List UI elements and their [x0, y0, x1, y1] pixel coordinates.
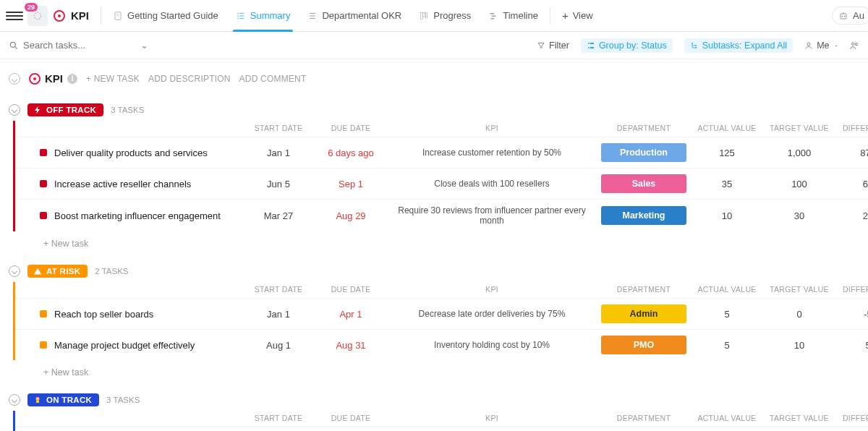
target-value[interactable]: 1,000 — [763, 148, 835, 158]
table-row[interactable]: Increase active reseller channels Jun 5 … — [15, 168, 868, 199]
loading-icon — [33, 11, 43, 21]
start-date[interactable]: Aug 1 — [242, 340, 315, 351]
group-by-button[interactable]: Group by: Status — [581, 38, 673, 53]
status-chip[interactable]: AT RISK — [27, 265, 88, 278]
start-date[interactable]: Mar 27 — [242, 210, 315, 221]
svg-point-21 — [844, 15, 846, 17]
collapse-all-icon[interactable] — [9, 73, 20, 85]
status-square-icon[interactable] — [40, 212, 47, 219]
new-task-button[interactable]: + NEW TASK — [86, 74, 140, 84]
start-date[interactable]: Jan 1 — [242, 309, 315, 320]
task-count: 2 TASKS — [95, 267, 128, 276]
group-off: OFF TRACK 3 TASKS START DATEDUE DATEKPID… — [9, 99, 868, 253]
doc-icon — [113, 11, 123, 21]
actual-value[interactable]: 35 — [691, 179, 763, 189]
workspace-icon[interactable]: 29 — [27, 6, 48, 26]
automate-button[interactable]: Au — [832, 7, 868, 25]
due-date[interactable]: Aug 31 — [315, 340, 387, 351]
department-tag[interactable]: Production — [601, 143, 686, 162]
due-date[interactable]: Sep 1 — [315, 179, 387, 189]
filter-icon — [537, 41, 545, 50]
department-tag[interactable]: PMO — [601, 336, 686, 354]
svg-point-25 — [588, 43, 590, 44]
actual-value[interactable]: 5 — [691, 309, 763, 320]
subtasks-button[interactable]: Subtasks: Expand All — [684, 38, 793, 53]
board-icon — [419, 11, 429, 21]
start-date[interactable]: Jun 5 — [242, 179, 315, 189]
assignee-button[interactable] — [849, 40, 859, 51]
table-row[interactable]: Reach top seller boards Jan 1 Apr 1 Decr… — [15, 298, 868, 329]
me-filter-button[interactable]: Me · — [804, 40, 838, 51]
tab-timeline[interactable]: Timeline — [480, 0, 547, 31]
new-task-row[interactable]: + New task — [9, 231, 868, 253]
table-row[interactable]: Increase sales Jan 1 May 1 Increase sale… — [15, 427, 868, 431]
add-description-button[interactable]: ADD DESCRIPTION — [148, 74, 231, 84]
target-value[interactable]: 10 — [763, 340, 835, 351]
target-value[interactable]: 30 — [763, 210, 835, 221]
table-row[interactable]: Manage project budget effectively Aug 1 … — [15, 329, 868, 360]
difference-value[interactable]: 20 — [835, 210, 868, 221]
status-chip[interactable]: ON TRACK — [27, 393, 99, 406]
filter-button[interactable]: Filter — [537, 40, 569, 51]
tab-departmental-okr[interactable]: Departmental OKR — [299, 0, 410, 31]
chevron-down-icon[interactable]: ⌄ — [140, 40, 148, 51]
add-comment-button[interactable]: ADD COMMENT — [239, 74, 307, 84]
target-icon — [54, 10, 65, 22]
actual-value[interactable]: 5 — [691, 340, 763, 351]
target-value[interactable]: 100 — [763, 179, 835, 189]
status-square-icon[interactable] — [40, 149, 47, 156]
status-chip[interactable]: OFF TRACK — [27, 103, 103, 116]
users-icon — [849, 40, 859, 51]
status-square-icon[interactable] — [40, 180, 47, 187]
tab-getting-started[interactable]: Getting Started Guide — [104, 0, 227, 31]
info-icon[interactable]: i — [67, 74, 77, 84]
actual-value[interactable]: 125 — [691, 148, 763, 158]
svg-point-26 — [588, 47, 590, 48]
svg-rect-14 — [423, 12, 425, 17]
svg-rect-28 — [590, 47, 594, 48]
svg-rect-13 — [421, 12, 423, 19]
department-tag[interactable]: Admin — [601, 304, 686, 323]
difference-value[interactable]: -5 — [835, 309, 868, 320]
status-square-icon[interactable] — [40, 341, 47, 349]
due-date[interactable]: Aug 29 — [315, 210, 387, 221]
due-date[interactable]: 6 days ago — [315, 148, 387, 158]
kpi-text: Inventory holding cost by 10% — [387, 340, 597, 350]
collapse-icon[interactable] — [9, 265, 20, 277]
collapse-icon[interactable] — [9, 394, 20, 406]
search-input[interactable] — [23, 40, 110, 51]
department-tag[interactable]: Marketing — [601, 206, 686, 225]
difference-value[interactable]: 5 — [835, 340, 868, 351]
due-date[interactable]: Apr 1 — [315, 309, 387, 320]
table-row[interactable]: Boost marketing influencer engagement Ma… — [15, 199, 868, 231]
search-box[interactable] — [9, 40, 132, 51]
menu-icon[interactable] — [6, 7, 23, 25]
kpi-text: Decrease late order deliveries by 75% — [387, 309, 597, 319]
column-headers: START DATEDUE DATEKPIDEPARTMENTACTUAL VA… — [15, 411, 868, 427]
start-date[interactable]: Jan 1 — [242, 148, 315, 158]
group-table: START DATEDUE DATEKPIDEPARTMENTACTUAL VA… — [13, 282, 868, 360]
svg-point-35 — [36, 397, 40, 401]
svg-point-32 — [807, 43, 810, 46]
difference-value[interactable]: 875 — [835, 148, 868, 158]
user-icon — [804, 41, 813, 50]
svg-line-24 — [15, 46, 17, 48]
new-task-row[interactable]: + New task — [9, 360, 868, 382]
difference-value[interactable]: 65 — [835, 179, 868, 189]
top-bar: 29 KPI Getting Started Guide Summary Dep… — [0, 0, 868, 32]
status-square-icon[interactable] — [40, 310, 47, 317]
target-value[interactable]: 0 — [763, 309, 835, 320]
tab-progress[interactable]: Progress — [410, 0, 480, 31]
department-tag[interactable]: Sales — [601, 174, 686, 193]
svg-rect-27 — [590, 43, 594, 44]
collapse-icon[interactable] — [9, 104, 20, 116]
actual-value[interactable]: 10 — [691, 210, 763, 221]
tab-summary[interactable]: Summary — [227, 0, 299, 31]
group-header: AT RISK 2 TASKS — [9, 260, 868, 282]
list-icon — [307, 11, 318, 21]
table-row[interactable]: Deliver quality products and services Ja… — [15, 137, 868, 168]
svg-rect-16 — [490, 12, 495, 14]
add-view-button[interactable]: + View — [553, 0, 602, 31]
tree-icon — [690, 41, 699, 50]
svg-rect-19 — [841, 14, 846, 19]
